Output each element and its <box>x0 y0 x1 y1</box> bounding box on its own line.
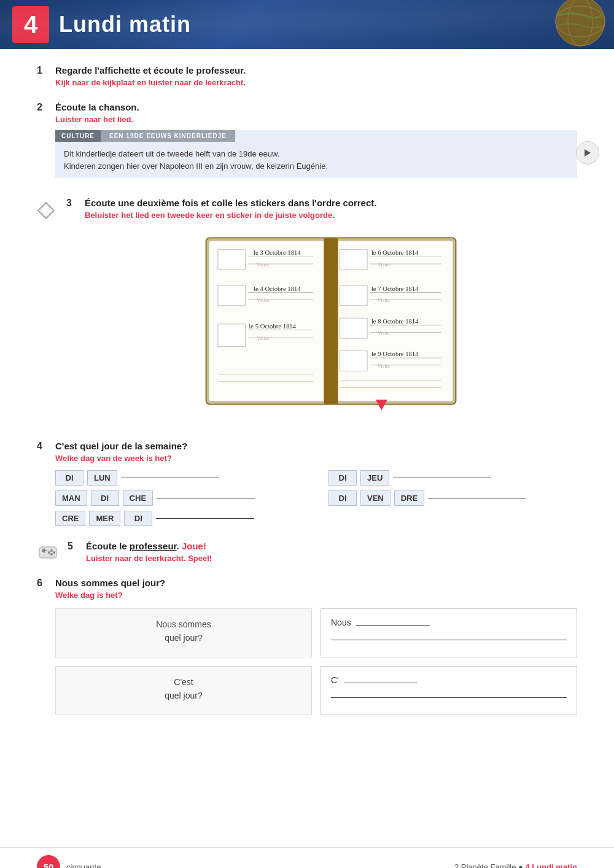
day-chip-di-4: DI <box>328 470 357 486</box>
exercise-2-subtitle: Luister naar het lied. <box>55 115 577 124</box>
exercise-6-content: Nous sommes quel jour? Welke dag is het?… <box>55 576 577 715</box>
svg-rect-42 <box>340 351 368 371</box>
page-header: 4 Lundi matin <box>0 0 614 49</box>
card1-label: Nous sommesquel jour? <box>66 618 301 645</box>
day-chip-lun: LUN <box>87 470 117 486</box>
card2-content: Nous <box>331 618 567 627</box>
svg-text:Visite: Visite <box>257 335 269 341</box>
exercise-2: 2 Écoute la chanson. Luister naar het li… <box>37 101 577 183</box>
ex5-joue: Joue! <box>182 541 206 551</box>
svg-text:le 7 Octobre 1814: le 7 Octobre 1814 <box>371 285 419 292</box>
day-chip-man: MAN <box>55 490 87 506</box>
notebook-container: le 3 Octobre 1814 Visite le 4 Octobre 18… <box>85 226 577 416</box>
day-fill-line-2 <box>157 498 255 498</box>
exercise-4-title: C'est quel jour de la semaine? <box>55 440 577 452</box>
svg-text:Visite: Visite <box>378 330 390 336</box>
audio-button[interactable] <box>576 141 599 165</box>
culture-line1: Dit kinderliedje dateert uit de tweede h… <box>64 149 279 158</box>
exercise-4-content: C'est quel jour de la semaine? Welke dag… <box>55 440 577 526</box>
day-row-3-left: CRE MER DI <box>55 511 304 526</box>
card3-label: C'estquel jour? <box>66 675 301 703</box>
exercise-3-number: 3 <box>66 198 79 209</box>
exercise-4-subtitle: Welke dag van de week is het? <box>55 454 577 463</box>
exercise-6-title: Nous sommes quel jour? <box>55 576 577 589</box>
ex5-dot: . <box>177 541 182 551</box>
exercise-4-number: 4 <box>37 441 49 452</box>
svg-text:Visite: Visite <box>378 363 390 369</box>
footer-left: 50 cinquante <box>37 855 101 868</box>
day-row-1-right: DI JEU <box>328 470 577 486</box>
day-row-1-left: DI LUN <box>55 470 304 486</box>
culture-label: CULTURE <box>55 130 101 142</box>
cest-fill-1 <box>344 683 418 683</box>
svg-point-53 <box>50 549 53 552</box>
exercise-1-number: 1 <box>37 65 49 76</box>
svg-rect-32 <box>340 285 368 306</box>
svg-rect-58 <box>42 550 47 551</box>
page-number: 50 <box>44 862 54 869</box>
ex5-bold: professeur <box>130 541 177 551</box>
svg-marker-5 <box>38 203 54 219</box>
day-chip-dre: DRE <box>394 490 424 506</box>
culture-header: CULTURE EEN 19DE EEUWS KINDERLIEDJE <box>55 130 577 142</box>
footer-page-word: cinquante <box>66 862 101 869</box>
day-chip-di-3: DI <box>124 511 152 526</box>
exercise-3: 3 Écoute une deuxième fois et colle les … <box>37 196 577 426</box>
exercise-3-subtitle: Beluister het lied een tweede keer en st… <box>85 211 577 220</box>
ex5-prefix: Écoute le <box>86 541 130 551</box>
exercise6-card3: C'estquel jour? <box>55 666 312 715</box>
exercise6-card4: C' <box>321 666 577 715</box>
svg-point-55 <box>48 551 50 554</box>
exercise-5-number: 5 <box>68 541 80 552</box>
page-number-circle: 50 <box>37 855 60 868</box>
exercise-4: 4 C'est quel jour de la semaine? Welke d… <box>37 440 577 526</box>
day-fill-line-5 <box>428 498 526 498</box>
svg-text:Visite: Visite <box>257 262 269 268</box>
svg-rect-22 <box>218 324 246 347</box>
footer-right-dot: ● <box>518 862 525 869</box>
diamond-icon <box>37 201 55 220</box>
day-row-2-left: MAN DI CHE <box>55 490 304 506</box>
notebook-illustration: le 3 Octobre 1814 Visite le 4 Octobre 18… <box>184 226 478 416</box>
exercise-6: 6 Nous sommes quel jour? Welke dag is he… <box>37 576 577 715</box>
footer-right-suffix: 4 Lundi matin <box>526 862 578 869</box>
exercise-1-subtitle: Kijk naar de kijkplaat en luister naar d… <box>55 78 577 87</box>
culture-text: Dit kinderliedje dateert uit de tweede h… <box>55 142 577 178</box>
day-fill-line-4 <box>393 478 491 478</box>
nous-label: Nous <box>331 618 354 627</box>
svg-text:Visite: Visite <box>257 297 269 303</box>
exercise-3-content: Écoute une deuxième fois et colle les st… <box>85 196 577 426</box>
svg-text:le 6 Octobre 1814: le 6 Octobre 1814 <box>371 249 419 256</box>
svg-point-54 <box>53 551 55 554</box>
day-chip-di-5: DI <box>328 490 357 506</box>
day-chip-ven: VEN <box>360 490 391 506</box>
header-bg-decoration <box>0 0 614 49</box>
exercise-1-title: Regarde l'affichette et écoute le profes… <box>55 64 577 77</box>
exercise6-card1: Nous sommesquel jour? <box>55 608 312 657</box>
svg-text:le 8 Octobre 1814: le 8 Octobre 1814 <box>371 318 419 325</box>
exercise-5: 5 Écoute le professeur. Joue! Luister na… <box>37 540 577 563</box>
nous-fill-1 <box>356 625 430 626</box>
exercise-3-title: Écoute une deuxième fois et colle les st… <box>85 196 577 209</box>
page-footer: 50 cinquante 2 Planète Famille ● 4 Lundi… <box>0 847 614 868</box>
exercise-6-number: 6 <box>37 578 49 589</box>
card4-fill-line <box>331 697 567 698</box>
exercise6-card2: Nous <box>321 608 577 657</box>
svg-text:le 5 Octobre 1814: le 5 Octobre 1814 <box>249 323 296 330</box>
card4-content: C' <box>331 675 567 685</box>
globe-icon <box>553 0 608 49</box>
exercise-1-content: Regarde l'affichette et écoute le profes… <box>55 64 577 87</box>
svg-marker-4 <box>585 149 591 157</box>
culture-box: CULTURE EEN 19DE EEUWS KINDERLIEDJE Dit … <box>55 130 577 178</box>
day-chip-che: CHE <box>123 490 153 506</box>
exercise-2-content: Écoute la chanson. Luister naar het lied… <box>55 101 577 183</box>
exercise-1: 1 Regarde l'affichette et écoute le prof… <box>37 64 577 87</box>
svg-rect-10 <box>324 238 338 404</box>
footer-right: 2 Planète Famille ● 4 Lundi matin <box>454 862 577 869</box>
svg-text:le 4 Octobre 1814: le 4 Octobre 1814 <box>254 285 301 292</box>
day-chip-cre: CRE <box>55 511 85 526</box>
main-content: 1 Regarde l'affichette et écoute le prof… <box>0 49 614 847</box>
svg-rect-12 <box>218 250 246 270</box>
card2-fill-line <box>331 640 567 640</box>
culture-subtitle-label: EEN 19DE EEUWS KINDERLIEDJE <box>101 130 235 142</box>
